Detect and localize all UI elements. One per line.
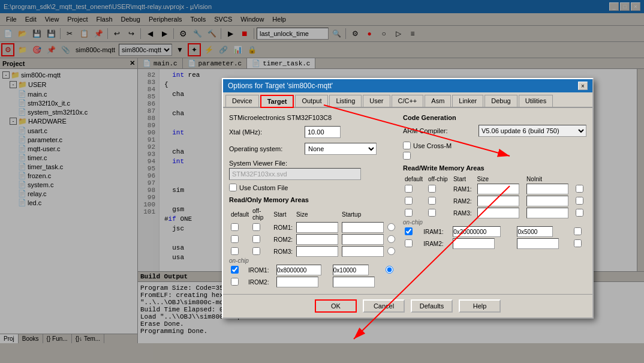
iram1-label: IRAM1:	[423, 229, 443, 235]
tab-device[interactable]: Device	[225, 95, 259, 107]
irom2-size-input[interactable]	[333, 277, 375, 287]
custom-file-label: Use Custom File	[239, 184, 288, 191]
sys-viewer-input[interactable]	[229, 168, 361, 180]
irom2-label: IROM2:	[248, 279, 269, 286]
iram1-default-check[interactable]	[405, 227, 413, 235]
tab-cc[interactable]: C/C++	[392, 95, 424, 107]
dialog-left: STMicroelectronics STM32F103C8 Xtal (MHz…	[229, 114, 397, 288]
iram1-size-input[interactable]	[517, 226, 553, 237]
ram3-noinit-check[interactable]	[576, 209, 583, 217]
iram2-start-input[interactable]	[453, 238, 495, 249]
rom-header-start: Start	[272, 207, 294, 221]
rom1-start-input[interactable]	[296, 222, 338, 233]
cancel-button[interactable]: Cancel	[363, 299, 405, 313]
ram3-size-input[interactable]	[526, 208, 568, 218]
rom-header-offchip: off-chip	[251, 207, 272, 221]
arm-compiler-label: ARM Compiler:	[403, 127, 475, 134]
tab-output[interactable]: Output	[295, 95, 328, 107]
iram1-start-input[interactable]	[453, 226, 501, 237]
rom1-startup-radio[interactable]	[387, 223, 395, 231]
tab-linker[interactable]: Linker	[452, 95, 483, 107]
microlib-checkbox[interactable]	[403, 152, 411, 160]
rom2-offchip-check[interactable]	[252, 235, 260, 243]
ram2-start-input[interactable]	[477, 196, 519, 206]
rom2-default-check[interactable]	[231, 235, 239, 243]
tab-listing[interactable]: Listing	[329, 95, 362, 107]
dialog-tabs: Device Target Output Listing User C/C++ …	[223, 92, 592, 108]
rom1-offchip-check[interactable]	[252, 223, 260, 231]
tab-asm[interactable]: Asm	[425, 95, 451, 107]
iram1-row: IRAM1:	[403, 226, 586, 238]
arm-compiler-select[interactable]: V5.06 update 6 (build 750)	[479, 125, 586, 137]
ram-header-offchip: off-chip	[426, 175, 452, 183]
sys-viewer-row: System Viewer File:	[229, 160, 397, 180]
ram2-noinit-check[interactable]	[576, 197, 583, 205]
ram3-offchip-check[interactable]	[428, 209, 436, 217]
ram-header-start: Start	[452, 175, 476, 183]
irom1-start-input[interactable]	[276, 265, 321, 275]
help-button[interactable]: Help	[459, 299, 501, 313]
ram-header-noinit: NoInit	[525, 175, 574, 183]
rom3-label: ROM3:	[273, 248, 293, 255]
irom-table: IROM1: IROM2:	[229, 264, 397, 288]
dialog-close-button[interactable]: ×	[578, 82, 588, 90]
xtal-input[interactable]	[305, 126, 341, 138]
irom1-default-check[interactable]	[231, 266, 239, 274]
custom-file-checkbox[interactable]	[229, 184, 237, 191]
rom3-startup-radio[interactable]	[387, 247, 395, 255]
rom1-size-input[interactable]	[342, 222, 384, 233]
tab-user[interactable]: User	[363, 95, 390, 107]
iram-table: IRAM1: IRAM2:	[403, 226, 586, 250]
device-label: STMicroelectronics STM32F103C8	[229, 114, 397, 121]
ram1-offchip-check[interactable]	[428, 185, 436, 193]
iram1-noinit-check[interactable]	[574, 227, 582, 235]
os-row: Operating system: None	[229, 143, 397, 155]
irom2-default-check[interactable]	[231, 278, 239, 286]
iram2-noinit-check[interactable]	[574, 239, 582, 247]
cross-m-checkbox[interactable]	[403, 142, 411, 149]
ram1-size-input[interactable]	[526, 184, 568, 194]
tab-target[interactable]: Target	[260, 95, 294, 108]
arm-compiler-row: ARM Compiler: V5.06 update 6 (build 750)	[403, 125, 586, 137]
rom3-start-input[interactable]	[296, 246, 338, 257]
rom2-size-input[interactable]	[342, 234, 384, 245]
iram2-default-check[interactable]	[405, 239, 413, 247]
rom-header-startup: Startup	[340, 207, 386, 221]
iram2-size-input[interactable]	[517, 238, 559, 249]
rom3-size-input[interactable]	[342, 246, 384, 257]
dialog-buttons: OK Cancel Defaults Help	[223, 294, 592, 317]
rom2-start-input[interactable]	[296, 234, 338, 245]
ram1-start-input[interactable]	[477, 184, 519, 194]
dialog-title-text: Options for Target 'sim800c-mqtt'	[228, 82, 333, 90]
irom1-size-input[interactable]	[333, 265, 369, 275]
dialog-title-bar: Options for Target 'sim800c-mqtt' ×	[223, 79, 592, 92]
ram2-size-input[interactable]	[526, 196, 568, 206]
ok-button[interactable]: OK	[315, 299, 357, 313]
tab-debug[interactable]: Debug	[484, 95, 517, 107]
os-select[interactable]: None	[305, 143, 377, 155]
irom1-label: IROM1:	[248, 267, 269, 274]
microlib-row	[403, 152, 586, 160]
defaults-button[interactable]: Defaults	[411, 299, 453, 313]
ram3-start-input[interactable]	[477, 208, 519, 218]
ram2-offchip-check[interactable]	[428, 197, 436, 205]
irom2-start-input[interactable]	[276, 277, 318, 287]
iram2-label: IRAM2:	[423, 241, 443, 247]
rom3-offchip-check[interactable]	[252, 247, 260, 255]
dialog-right: Code Generation ARM Compiler: V5.06 upda…	[403, 114, 586, 288]
ram2-default-check[interactable]	[405, 197, 413, 205]
rom1-default-check[interactable]	[231, 223, 239, 231]
rom3-row: ROM3:	[229, 245, 397, 257]
ram-header-size: Size	[476, 175, 525, 183]
arm-compiler-wrapper: V5.06 update 6 (build 750)	[479, 125, 586, 137]
rom2-startup-radio[interactable]	[387, 235, 395, 243]
ram-section-title: Read/Write Memory Areas	[403, 164, 586, 172]
tab-utilities[interactable]: Utilities	[519, 95, 553, 107]
ram1-noinit-check[interactable]	[576, 185, 583, 193]
rom3-default-check[interactable]	[231, 247, 239, 255]
irom1-startup-radio[interactable]	[386, 266, 393, 274]
ram2-label: RAM2:	[453, 198, 472, 205]
ram3-default-check[interactable]	[405, 209, 413, 217]
ram1-default-check[interactable]	[405, 185, 413, 193]
rom1-row: ROM1:	[229, 221, 397, 233]
